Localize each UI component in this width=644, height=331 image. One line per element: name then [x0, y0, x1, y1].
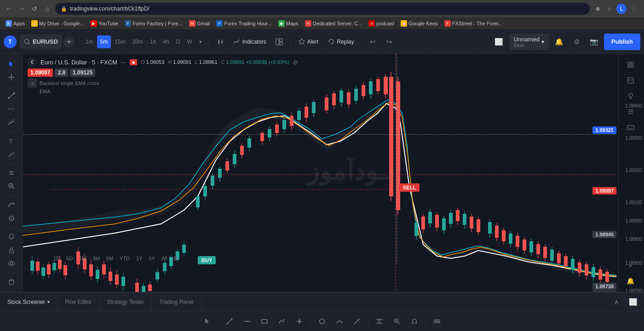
period-all[interactable]: All: [159, 253, 170, 263]
tf-1m[interactable]: 1m: [82, 35, 97, 48]
period-ytd[interactable]: YTD: [117, 253, 132, 263]
bookmark-keep[interactable]: ◉ Google Keep: [398, 19, 441, 28]
object-tree-button[interactable]: [623, 104, 638, 119]
tf-15m[interactable]: 15m: [111, 35, 128, 48]
tab-pine-editor[interactable]: Pine Editor: [58, 293, 100, 311]
dt-circle[interactable]: [315, 314, 329, 329]
dt-zoom[interactable]: [390, 314, 404, 329]
chart-type-button[interactable]: [213, 34, 228, 49]
publish-button[interactable]: Publish: [604, 34, 640, 50]
period-calendar-button[interactable]: ⊞: [171, 253, 181, 263]
chart-container[interactable]: € Euro / U.S. Dollar · 5 · FXCM — ■ O 1.…: [23, 54, 644, 292]
price-level-4: 1.08738: [592, 283, 616, 290]
notification-button[interactable]: 🔔: [552, 34, 566, 49]
tf-more[interactable]: ▾: [196, 35, 205, 48]
cursor-tool[interactable]: [3, 57, 20, 70]
fib-tool[interactable]: [3, 199, 20, 211]
bookmark-gmail[interactable]: M Gmail: [186, 19, 213, 28]
notification-bell-button[interactable]: 🔔: [623, 274, 638, 288]
dt-arrow[interactable]: [350, 314, 364, 329]
alert-button[interactable]: Alert: [294, 34, 322, 49]
period-6m[interactable]: 6M: [104, 253, 116, 263]
replay-button[interactable]: Replay: [324, 34, 357, 49]
bookmark-dedicated[interactable]: H Dedicated Server, C...: [302, 19, 365, 28]
profile-icon[interactable]: L: [616, 4, 627, 14]
patterns-tool[interactable]: [3, 212, 20, 224]
tf-4h[interactable]: 4h: [160, 35, 172, 48]
crosshair-tool[interactable]: [3, 71, 20, 83]
tab-stock-screener[interactable]: Stock Screener ▾: [0, 293, 58, 311]
bookmark-maps[interactable]: ◆ Maps: [276, 19, 301, 28]
tf-1h[interactable]: 1h: [147, 35, 159, 48]
trash-tool[interactable]: [3, 276, 20, 288]
extensions-icon[interactable]: ⊕: [592, 4, 603, 14]
back-button[interactable]: ←: [4, 4, 14, 14]
url-bar[interactable]: 🔒 tradingview.com/chart/bCk1ftpD/: [55, 3, 590, 15]
settings-button[interactable]: ⚙: [569, 34, 584, 49]
menu-icon[interactable]: ⋮: [628, 4, 638, 14]
bookmark-youtube[interactable]: ▶ YouTube: [88, 19, 121, 28]
add-symbol-button[interactable]: +: [63, 36, 75, 47]
tf-D[interactable]: D: [173, 35, 184, 48]
tf-5m[interactable]: 5m: [97, 35, 111, 48]
fullscreen-button[interactable]: ⬜: [492, 34, 506, 49]
brush-tool[interactable]: [3, 148, 20, 160]
dt-more[interactable]: [430, 314, 444, 329]
idea-title-button[interactable]: [623, 89, 638, 103]
drawing-pointer-button[interactable]: [200, 314, 214, 329]
forward-button[interactable]: →: [17, 4, 27, 14]
bookmark-forex-factory[interactable]: F Forex Factory | Fore...: [122, 19, 185, 28]
bottom-expand-full-button[interactable]: ⬜: [626, 295, 640, 309]
dt-horizontal-line[interactable]: [240, 314, 254, 329]
measure-tool[interactable]: [3, 166, 20, 179]
chart-name-button[interactable]: Unnamed Save ▾: [509, 34, 549, 50]
period-5y[interactable]: 5Y: [146, 253, 157, 263]
symbol-search[interactable]: EURUSD: [20, 34, 62, 49]
svg-rect-10: [280, 42, 282, 45]
period-1d[interactable]: 1D: [51, 253, 63, 263]
dt-measure[interactable]: [372, 314, 387, 329]
bookmark-icon[interactable]: ☆: [604, 4, 615, 14]
bottom-expand-up-button[interactable]: ∧: [609, 295, 624, 309]
tab-strategy-tester[interactable]: Strategy Tester: [100, 293, 152, 311]
period-1y[interactable]: 1Y: [133, 253, 145, 263]
period-3m[interactable]: 3M: [90, 253, 102, 263]
dt-crosshair[interactable]: [292, 314, 307, 329]
lock-tool[interactable]: [3, 244, 20, 256]
alerts-tool[interactable]: [3, 230, 20, 243]
tf-W[interactable]: W: [184, 35, 195, 48]
snapshot-button[interactable]: 📷: [586, 34, 601, 49]
layout-button[interactable]: [272, 34, 287, 49]
bookmark-drive[interactable]: ▲ My Drive - Google...: [29, 19, 87, 28]
collapse-indicator-button[interactable]: ∧: [28, 79, 37, 88]
channel-tool[interactable]: [3, 116, 20, 129]
bookmark-apps[interactable]: ⊞ Apps: [3, 19, 28, 28]
dt-trend-line[interactable]: [222, 314, 237, 329]
expand-right-button[interactable]: »: [623, 258, 638, 273]
text-tool[interactable]: T: [3, 135, 20, 147]
dt-arc[interactable]: [332, 314, 347, 329]
close-chart-icon[interactable]: ⊘: [293, 59, 298, 66]
dt-rectangle[interactable]: [257, 314, 272, 329]
redo-button[interactable]: ↪: [382, 34, 397, 49]
trend-line-tool[interactable]: [3, 89, 20, 102]
eye-tool[interactable]: [3, 257, 20, 270]
undo-button[interactable]: ↩: [366, 34, 380, 49]
dt-path[interactable]: [275, 314, 289, 329]
home-button[interactable]: ⌂: [42, 4, 52, 14]
tf-30m[interactable]: 30m: [129, 35, 146, 48]
period-5d[interactable]: 5D: [63, 253, 75, 263]
bookmark-podcast[interactable]: A podcast: [366, 19, 397, 28]
indicators-button[interactable]: Indicators: [230, 34, 270, 49]
data-window-button[interactable]: [623, 73, 638, 88]
bookmark-forex-trading[interactable]: F Forex Trading Hour...: [213, 19, 274, 28]
watchlist-button[interactable]: [623, 57, 638, 72]
dt-magnet[interactable]: [407, 314, 422, 329]
zoom-tool[interactable]: [3, 180, 20, 193]
bookmark-fxstreet[interactable]: F FXStreet - The Forei...: [442, 19, 505, 28]
period-1m[interactable]: 1M: [76, 253, 89, 263]
horizontal-line-tool[interactable]: [3, 103, 20, 115]
hotkeys-button[interactable]: [623, 120, 638, 135]
refresh-button[interactable]: ↺: [29, 4, 40, 14]
tab-trading-panel[interactable]: Trading Panel: [152, 293, 201, 311]
